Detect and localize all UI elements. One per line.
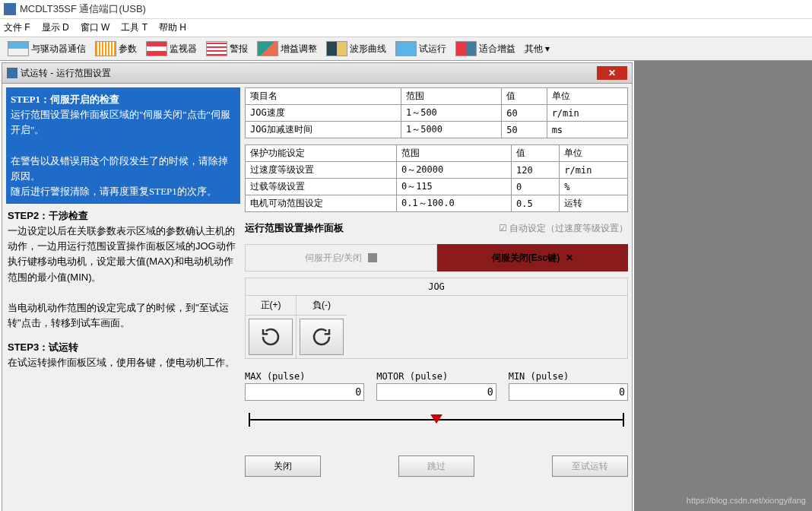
toolbar: 与驱动器通信 参数 监视器 警报 增益调整 波形曲线 试运行 适合增益 其他 ▾ [0, 37, 812, 61]
menu-file[interactable]: 文件 F [4, 21, 30, 34]
square-icon [368, 253, 377, 262]
dialog-title-text: 试运转 - 运行范围设置 [21, 67, 111, 80]
tool-trial[interactable]: 试运行 [392, 39, 450, 59]
table-protection: 保护功能设定范围值单位 过速度等级设置0～20000120r/min 过载等级设… [245, 144, 628, 212]
tool-fitgain[interactable]: 适合增益 [452, 39, 519, 59]
menu-window[interactable]: 窗口 W [81, 21, 110, 34]
jog-neg-label: 負(-) [297, 296, 347, 316]
panel-header: 运行范围设置操作面板 ☑ 自动设定（过速度等级设置） [245, 218, 628, 238]
step3-box: STEP3：试运转 在试运转操作面板区域，使用各键，使电动机工作。 [6, 335, 240, 375]
menu-bar: 文件 F 显示 D 窗口 W 工具 T 帮助 H [0, 19, 812, 37]
table-jog-params: 项目名范围值单位 JOG速度1～50060r/min JOG加减速时间1～500… [245, 87, 628, 138]
motor-pulse-label: MOTOR (pulse) [376, 371, 496, 382]
step2-body2: 当电动机动作范围的设定完成了的时候，到"至试运转"点击，转移到试车画面。 [8, 302, 229, 328]
skip-button[interactable]: 跳过 [398, 455, 474, 477]
jog-neg-button[interactable] [300, 319, 344, 355]
menu-help[interactable]: 帮助 H [159, 21, 186, 34]
dialog-title-bar: 试运转 - 运行范围设置 ✕ [2, 63, 632, 84]
app-title-bar: MCDLT35SF 通信端口(USB) [0, 0, 812, 19]
mdi-background [634, 61, 812, 511]
max-pulse-label: MAX (pulse) [245, 371, 364, 382]
dialog-trial-run: 试运转 - 运行范围设置 ✕ STEP1：伺服开启的检查 运行范围设置操作面板区… [2, 62, 633, 511]
jog-header: JOG [246, 278, 627, 296]
menu-tools[interactable]: 工具 T [121, 21, 147, 34]
bottom-buttons: 关闭 跳过 至试运转 [245, 448, 628, 484]
step1-body1: 运行范围设置操作面板区域的"伺服关闭"点击"伺服开启"。 [11, 109, 230, 135]
right-panel: 项目名范围值单位 JOG速度1～50060r/min JOG加减速时间1～500… [245, 87, 628, 511]
monitor-icon [146, 41, 167, 56]
comm-icon [8, 41, 29, 56]
rotate-cw-icon [310, 325, 333, 348]
wave-icon [326, 41, 347, 56]
step3-title: STEP3：试运转 [8, 341, 78, 353]
min-pulse-input[interactable] [509, 383, 628, 401]
jog-box: JOG 正(+) 負(-) [245, 278, 628, 359]
fitgain-icon [455, 41, 477, 56]
tool-param[interactable]: 参数 [91, 39, 141, 59]
step2-title: STEP2：干涉检查 [8, 210, 88, 221]
step1-body2: 在警告以及错误用这个阶段发生了的时候，请除掉原因。 随后进行警报清除，请再度重复… [11, 155, 228, 197]
steps-panel: STEP1：伺服开启的检查 运行范围设置操作面板区域的"伺服关闭"点击"伺服开启… [6, 87, 240, 511]
step2-body1: 一边设定以后在关联参数表示区域的参数确认主机的动作，一边用运行范围设置操作面板区… [8, 225, 236, 282]
to-trial-button[interactable]: 至试运转 [552, 455, 628, 477]
param-icon [95, 41, 116, 56]
slider-marker-icon [430, 414, 442, 424]
alarm-icon [206, 41, 227, 56]
auto-set-checkbox[interactable]: ☑ 自动设定（过速度等级设置） [499, 222, 628, 235]
motor-pulse-input[interactable] [376, 383, 496, 401]
pulse-row: MAX (pulse) MOTOR (pulse) MIN (pulse) [245, 371, 628, 401]
tool-alarm[interactable]: 警报 [202, 39, 252, 59]
min-pulse-label: MIN (pulse) [509, 371, 628, 382]
step2-box: STEP2：干涉检查 一边设定以后在关联参数表示区域的参数确认主机的动作，一边用… [6, 204, 240, 335]
tool-monitor[interactable]: 监视器 [142, 39, 201, 59]
servo-on-button[interactable]: 伺服开启/关闭 [245, 244, 437, 271]
close-button[interactable]: 关闭 [245, 455, 321, 477]
x-icon: ✕ [566, 252, 573, 263]
tool-wave[interactable]: 波形曲线 [322, 39, 390, 59]
step1-title: STEP1：伺服开启的检查 [11, 94, 119, 105]
servo-off-button[interactable]: 伺服关闭(Esc键)✕ [437, 244, 628, 271]
tool-gain[interactable]: 增益调整 [253, 39, 321, 59]
menu-display[interactable]: 显示 D [42, 21, 69, 34]
trial-icon [395, 41, 417, 56]
max-pulse-input[interactable] [245, 383, 364, 401]
jog-pos-label: 正(+) [246, 296, 296, 316]
rotate-ccw-icon [259, 325, 282, 348]
jog-pos-button[interactable] [249, 319, 293, 355]
dialog-close-button[interactable]: ✕ [597, 66, 627, 80]
watermark: https://blog.csdn.net/xiongyifang [687, 496, 806, 505]
dialog-icon [7, 68, 17, 78]
app-icon [4, 3, 16, 15]
panel-title: 运行范围设置操作面板 [245, 221, 344, 235]
step1-box: STEP1：伺服开启的检查 运行范围设置操作面板区域的"伺服关闭"点击"伺服开启… [6, 87, 240, 204]
step3-body: 在试运转操作面板区域，使用各键，使电动机工作。 [8, 357, 235, 368]
gain-icon [257, 41, 278, 56]
app-title: MCDLT35SF 通信端口(USB) [20, 2, 146, 16]
tool-other[interactable]: 其他 ▾ [521, 40, 553, 58]
range-slider[interactable] [245, 411, 628, 442]
tool-comm[interactable]: 与驱动器通信 [4, 39, 90, 59]
servo-row: 伺服开启/关闭 伺服关闭(Esc键)✕ [245, 244, 628, 271]
